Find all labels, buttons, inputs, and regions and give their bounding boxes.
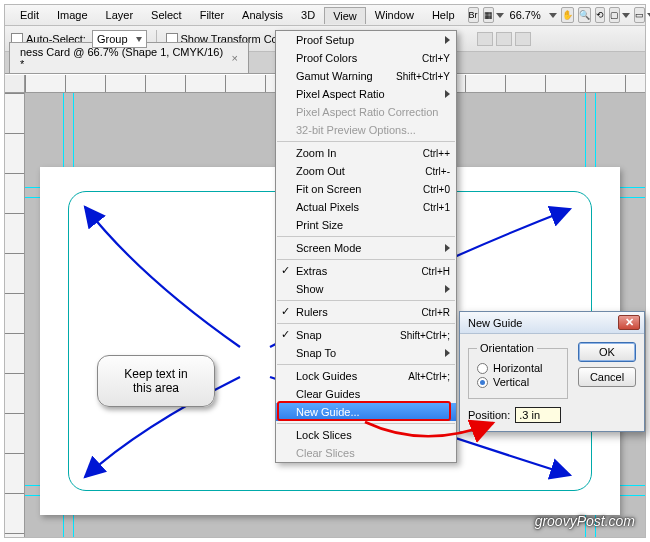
watermark: groovyPost.com [535,513,635,529]
annotation-red-arrow [5,5,650,542]
